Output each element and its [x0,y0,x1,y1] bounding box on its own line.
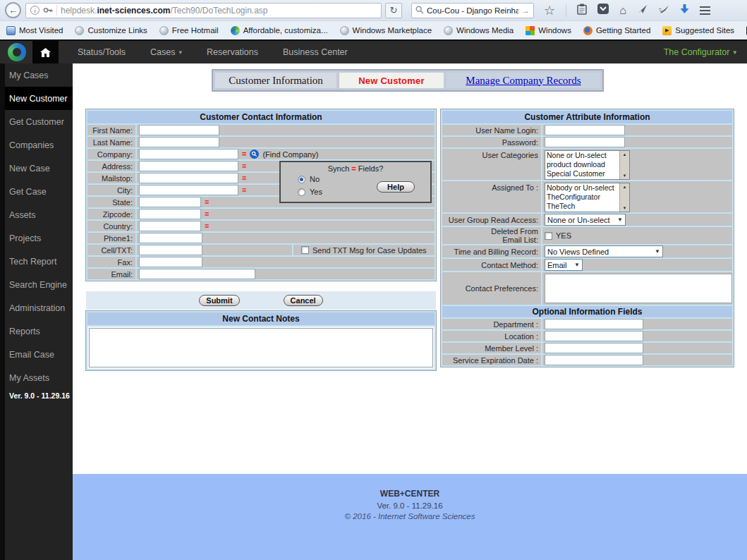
list-option[interactable]: TheTech [547,202,618,211]
nav-item-status-tools[interactable]: Status/Tools [78,47,126,57]
scroll-up-icon[interactable]: ▲ [623,152,627,157]
email-input[interactable] [139,269,255,279]
list-option[interactable]: Nobody or Un-select [547,183,618,193]
contact-method-select[interactable]: Email▼ [545,259,583,271]
sidebar-item-email-case[interactable]: Email Case [5,343,73,366]
nav-home-button[interactable] [32,41,59,63]
phone1-input[interactable] [139,233,202,243]
clipboard-icon[interactable] [577,4,587,18]
find-company[interactable]: (Find Company) [250,150,318,159]
service-expiration-input[interactable] [545,355,643,365]
sidebar-item-search-engine[interactable]: Search Engine [5,273,73,296]
nav-item-reservations[interactable]: Reservations [207,47,258,57]
optional-form-title: Optional Information Fields [442,305,732,317]
synch-no-radio[interactable] [298,176,305,183]
listbox-scrollbar[interactable]: ▲▼ [619,183,629,212]
url-bar[interactable]: i helpdesk.inet-sciences.com/Tech90/DoTe… [25,3,382,18]
last-name-input[interactable] [139,137,219,147]
reload-button[interactable]: ↻ [385,3,402,18]
bookmark-windows[interactable]: Windows [526,26,571,35]
assigned-to-row: Assigned To : Nobody or Un-select TheCon… [442,180,732,212]
state-input[interactable] [139,197,201,207]
synch-yes-radio[interactable] [298,188,305,196]
back-button[interactable]: ← [5,2,21,18]
nav-item-business-center[interactable]: Business Center [283,47,348,57]
company-input[interactable] [139,149,238,159]
contact-preferences-textarea[interactable] [545,274,732,303]
sidebar-item-administration[interactable]: Administration [5,296,73,319]
address-input[interactable] [139,161,238,171]
list-option[interactable]: Special Customer [547,169,618,178]
user-group-select[interactable]: None or Un-select▼ [545,214,626,226]
search-go-icon[interactable]: → [521,6,530,16]
scroll-down-icon[interactable]: ▼ [623,206,627,210]
sidebar-item-my-cases[interactable]: My Cases [5,63,73,87]
bookmark-getting-started[interactable]: Getting Started [583,26,650,35]
time-billing-select[interactable]: No Views Defined▼ [545,245,663,257]
manage-company-records-link[interactable]: Manage Company Records [466,75,581,87]
pocket-icon[interactable] [597,4,609,17]
page-info-icon[interactable]: i [30,6,40,15]
sidebar-item-tech-report[interactable]: Tech Report [5,250,73,273]
sidebar-item-projects[interactable]: Projects [5,226,73,250]
jet-icon[interactable] [658,4,669,17]
bookmark-star-icon[interactable]: ☆ [544,4,555,17]
bookmark-free-hotmail[interactable]: Free Hotmail [159,26,219,35]
cancel-button[interactable]: Cancel [284,295,323,306]
sidebar-item-assets[interactable]: Assets [5,203,73,226]
user-group-label: User Group Read Access: [442,214,542,226]
submit-button[interactable]: Submit [199,295,239,306]
user-name-login-input[interactable] [545,125,625,135]
scroll-down-icon[interactable]: ▼ [623,174,627,178]
search-box[interactable]: → [411,3,534,18]
notes-textarea[interactable] [89,328,433,367]
fax-input[interactable] [139,257,202,267]
assigned-to-label: Assigned To : [442,181,542,212]
first-name-input[interactable] [139,125,219,135]
department-input[interactable] [545,319,643,329]
paper-plane-icon[interactable] [637,4,648,17]
deleted-from-email-checkbox[interactable] [545,232,552,240]
sidebar-item-reports[interactable]: Reports [5,319,73,343]
sidebar-item-get-customer[interactable]: Get Customer [5,110,73,133]
password-input[interactable] [545,137,625,147]
nav-item-cases[interactable]: Cases▾ [150,47,182,57]
list-option[interactable]: TheConfigurator [547,193,618,202]
zipcode-input[interactable] [139,209,201,219]
txt-updates-checkbox[interactable] [301,246,309,254]
bookmark-label: Suggested Sites [675,26,734,35]
city-input[interactable] [139,185,238,195]
member-level-input[interactable] [545,343,643,353]
assigned-to-listbox[interactable]: Nobody or Un-select TheConfigurator TheT… [545,183,630,212]
bookmark-affordable[interactable]: Affordable, customiza... [231,26,328,35]
search-input[interactable] [427,6,518,15]
downloads-icon[interactable] [680,4,689,17]
user-menu[interactable]: The Configurator ▾ [664,47,736,57]
scroll-up-icon[interactable]: ▲ [623,185,627,189]
cell-txt-input[interactable] [139,245,202,255]
sidebar-item-new-case[interactable]: New Case [5,157,73,180]
sidebar-item-new-customer[interactable]: New Customer [5,87,73,110]
country-input[interactable] [139,221,201,231]
home-icon[interactable]: ⌂ [619,5,626,16]
tab-customer-information[interactable]: Customer Information [215,73,336,88]
bookmark-suggested-sites[interactable]: ▶Suggested Sites [662,26,734,35]
browser-toolbar: ← i helpdesk.inet-sciences.com/Tech90/Do… [0,0,747,20]
sidebar-item-companies[interactable]: Companies [5,133,73,157]
list-option[interactable]: None or Un-select [547,151,618,160]
bookmark-most-visited[interactable]: Most Visited [6,26,63,35]
sidebar-item-get-case[interactable]: Get Case [5,180,73,203]
bookmark-windows-media[interactable]: Windows Media [444,26,514,35]
menu-icon[interactable] [700,6,710,15]
tab-new-customer[interactable]: New Customer [339,73,444,88]
user-categories-listbox[interactable]: None or Un-select product download Speci… [545,150,630,180]
location-input[interactable] [545,331,643,341]
list-option[interactable]: product download [547,160,618,169]
bookmark-windows-marketplace[interactable]: Windows Marketplace [340,26,432,35]
listbox-scrollbar[interactable]: ▲▼ [619,151,629,179]
help-button[interactable]: Help [377,181,415,193]
mailstop-input[interactable] [139,173,238,183]
sidebar-item-my-assets[interactable]: My Assets [5,366,73,389]
sync-mark: ≡ [205,198,209,206]
bookmark-customize-links[interactable]: Customize Links [75,26,147,35]
